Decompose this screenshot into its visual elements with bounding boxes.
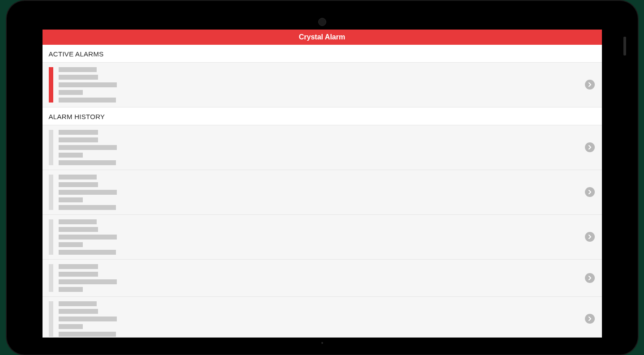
alarm-status-indicator-history bbox=[49, 301, 53, 337]
section-label: ACTIVE ALARMS bbox=[49, 50, 104, 58]
history-alarm-row[interactable] bbox=[43, 260, 602, 297]
chevron-right-icon[interactable] bbox=[585, 273, 595, 283]
chevron-right-icon[interactable] bbox=[585, 187, 595, 197]
history-alarm-row[interactable] bbox=[43, 215, 602, 260]
alarm-status-indicator-history bbox=[49, 175, 53, 210]
chevron-right-icon[interactable] bbox=[585, 80, 595, 90]
section-header-active: ACTIVE ALARMS bbox=[43, 45, 602, 63]
tablet-bezel: Crystal Alarm ACTIVE ALARMS bbox=[15, 9, 630, 346]
app-screen: Crystal Alarm ACTIVE ALARMS bbox=[43, 30, 602, 338]
alarm-details-placeholder bbox=[59, 301, 580, 337]
alarm-status-indicator-history bbox=[49, 219, 53, 255]
tablet-power-button bbox=[623, 37, 626, 56]
alarm-details-placeholder bbox=[59, 175, 580, 210]
history-alarm-row[interactable] bbox=[43, 297, 602, 338]
active-alarm-row[interactable] bbox=[43, 63, 602, 107]
tablet-home-indicator bbox=[321, 342, 323, 344]
alarm-details-placeholder bbox=[59, 219, 580, 255]
alarm-status-indicator-active bbox=[49, 67, 53, 103]
tablet-device-frame: Crystal Alarm ACTIVE ALARMS bbox=[7, 1, 638, 355]
alarm-details-placeholder bbox=[59, 67, 580, 103]
alarm-details-placeholder bbox=[59, 264, 580, 292]
alarm-list: ALARM HISTORY bbox=[43, 63, 602, 338]
section-header-history: ALARM HISTORY bbox=[43, 107, 602, 125]
history-alarm-row[interactable] bbox=[43, 125, 602, 170]
tablet-camera bbox=[318, 18, 326, 26]
section-label: ALARM HISTORY bbox=[49, 113, 105, 120]
chevron-right-icon[interactable] bbox=[585, 232, 595, 242]
alarm-status-indicator-history bbox=[49, 130, 53, 165]
app-title: Crystal Alarm bbox=[299, 33, 345, 41]
chevron-right-icon[interactable] bbox=[585, 314, 595, 324]
chevron-right-icon[interactable] bbox=[585, 142, 595, 152]
history-alarm-row[interactable] bbox=[43, 170, 602, 215]
alarm-status-indicator-history bbox=[49, 264, 53, 292]
alarm-details-placeholder bbox=[59, 130, 580, 165]
app-title-bar: Crystal Alarm bbox=[43, 30, 602, 45]
